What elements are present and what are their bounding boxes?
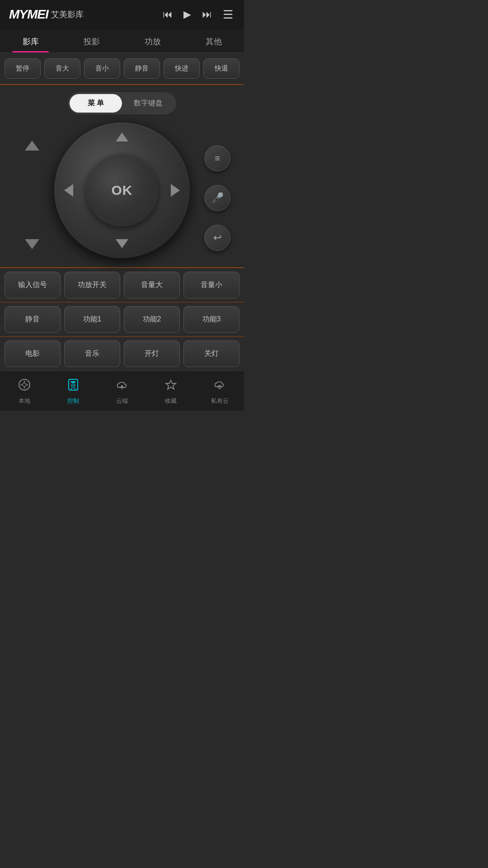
dpad-down-button[interactable] <box>116 239 128 248</box>
toggle-area: 菜 单 数字键盘 <box>0 85 244 118</box>
svg-point-15 <box>219 387 220 387</box>
control-icon <box>67 378 80 394</box>
nav-favorites-label: 收藏 <box>165 397 177 405</box>
rewind-button[interactable]: ⏮ <box>161 7 174 22</box>
svg-rect-6 <box>69 379 78 390</box>
nav-cloud-label: 云端 <box>116 397 128 405</box>
local-icon <box>18 378 31 394</box>
svg-point-5 <box>24 387 25 389</box>
svg-point-9 <box>73 385 74 387</box>
nav-cloud[interactable]: 云端 <box>98 377 146 407</box>
tab-touying[interactable]: 投影 <box>61 29 122 52</box>
menu-side-button[interactable]: ≡ <box>204 145 230 171</box>
fast-forward-button[interactable]: ⏭ <box>200 7 214 22</box>
dpad-ring: OK <box>54 123 190 258</box>
ok-label: OK <box>112 183 133 198</box>
menu-button[interactable]: ☰ <box>221 6 235 24</box>
side-buttons: ≡ 🎤 ↩ <box>204 145 230 251</box>
nav-control[interactable]: 控制 <box>49 377 98 407</box>
bottom-nav: 本地 控制 云端 <box>0 371 244 410</box>
remote-area: OK ≡ 🎤 ↩ <box>0 118 244 267</box>
func3-button[interactable]: 功能3 <box>183 306 239 333</box>
side-down-arrow[interactable] <box>25 239 39 249</box>
nav-local-label: 本地 <box>19 397 30 405</box>
nav-private-cloud-label: 私有云 <box>211 397 229 405</box>
svg-rect-11 <box>74 388 76 389</box>
logo-sub-text: 艾美影库 <box>51 9 84 20</box>
vol-down-button[interactable]: 音小 <box>84 58 120 79</box>
cloud-icon <box>116 378 128 394</box>
side-up-arrow[interactable] <box>25 141 39 151</box>
back-button[interactable]: ↩ <box>204 225 230 251</box>
mute2-button[interactable]: 静音 <box>5 306 61 333</box>
volume-small-button[interactable]: 音量小 <box>183 272 239 298</box>
light-on-button[interactable]: 开灯 <box>124 340 180 367</box>
fast-rev-button[interactable]: 快退 <box>203 58 239 79</box>
svg-point-2 <box>21 384 22 386</box>
amp-switch-button[interactable]: 功放开关 <box>64 272 120 298</box>
dpad-container: OK <box>54 123 190 258</box>
ok-button[interactable]: OK <box>86 154 158 226</box>
movie-button[interactable]: 电影 <box>5 340 61 367</box>
toggle-numpad[interactable]: 数字键盘 <box>122 94 174 113</box>
logo: MYMEI 艾美影库 <box>9 7 84 22</box>
tab-qita[interactable]: 其他 <box>183 29 244 52</box>
nav-local[interactable]: 本地 <box>0 377 49 407</box>
menu-numpad-toggle[interactable]: 菜 单 数字键盘 <box>68 92 176 114</box>
func1-button[interactable]: 功能1 <box>64 306 120 333</box>
dpad-right-button[interactable] <box>171 184 180 197</box>
app-header: MYMEI 艾美影库 ⏮ ▶ ⏭ ☰ <box>0 0 244 29</box>
dpad-up-button[interactable] <box>116 132 128 142</box>
pause-button[interactable]: 暂停 <box>5 58 41 79</box>
svg-marker-13 <box>166 380 176 389</box>
volume-big-button[interactable]: 音量大 <box>124 272 180 298</box>
vol-up-button[interactable]: 音大 <box>44 58 80 79</box>
nav-private-cloud[interactable]: 私有云 <box>195 377 244 407</box>
quick-buttons-row: 暂停 音大 音小 静音 快进 快退 <box>0 53 244 85</box>
dpad-left-button[interactable] <box>64 184 73 197</box>
func2-button[interactable]: 功能2 <box>124 306 180 333</box>
mic-button[interactable]: 🎤 <box>204 185 230 211</box>
svg-point-3 <box>27 384 28 386</box>
nav-control-label: 控制 <box>67 397 79 405</box>
music-button[interactable]: 音乐 <box>64 340 120 367</box>
play-button[interactable]: ▶ <box>182 7 193 22</box>
control-row-1: 输入信号 功放开关 音量大 音量小 <box>0 268 244 302</box>
tab-gongfang[interactable]: 功放 <box>122 29 183 52</box>
mic-icon: 🎤 <box>211 192 224 204</box>
control-section: 输入信号 功放开关 音量大 音量小 静音 功能1 功能2 功能3 电影 音乐 开… <box>0 267 244 371</box>
favorites-icon <box>164 378 177 394</box>
input-signal-button[interactable]: 输入信号 <box>5 272 61 298</box>
toggle-menu[interactable]: 菜 单 <box>70 94 122 113</box>
svg-rect-7 <box>71 381 75 383</box>
private-cloud-icon <box>213 378 226 394</box>
nav-favorites[interactable]: 收藏 <box>146 377 195 407</box>
logo-main-text: MYMEI <box>9 7 48 22</box>
control-row-2: 静音 功能1 功能2 功能3 <box>0 302 244 337</box>
tab-yingku[interactable]: 影库 <box>0 29 61 52</box>
header-controls: ⏮ ▶ ⏭ ☰ <box>161 6 235 24</box>
svg-rect-10 <box>70 388 72 389</box>
fast-fwd-button[interactable]: 快进 <box>164 58 200 79</box>
menu-icon: ≡ <box>215 153 220 164</box>
light-off-button[interactable]: 关灯 <box>183 340 239 367</box>
mute-button[interactable]: 静音 <box>124 58 160 79</box>
control-row-3: 电影 音乐 开灯 关灯 <box>0 337 244 371</box>
svg-point-1 <box>23 383 26 387</box>
svg-point-4 <box>24 381 25 382</box>
back-icon: ↩ <box>213 232 221 244</box>
tab-bar: 影库 投影 功放 其他 <box>0 29 244 53</box>
